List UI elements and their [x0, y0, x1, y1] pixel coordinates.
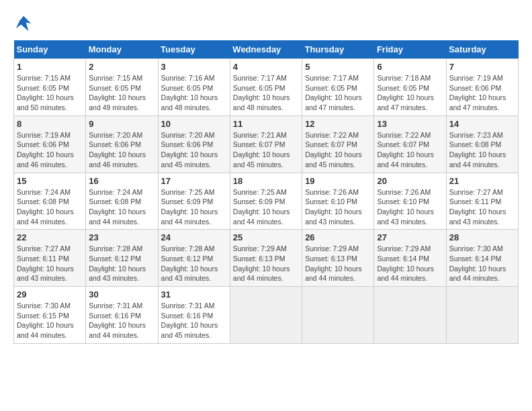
day-info: Sunrise: 7:28 AM Sunset: 6:12 PM Dayligh…	[161, 244, 227, 283]
calendar-cell: 5Sunrise: 7:17 AM Sunset: 6:05 PM Daylig…	[302, 59, 374, 116]
column-header-sunday: Sunday	[14, 40, 86, 59]
calendar-cell: 29Sunrise: 7:30 AM Sunset: 6:15 PM Dayli…	[14, 287, 86, 344]
day-info: Sunrise: 7:20 AM Sunset: 6:06 PM Dayligh…	[161, 130, 227, 170]
day-info: Sunrise: 7:29 AM Sunset: 6:13 PM Dayligh…	[305, 244, 371, 283]
day-info: Sunrise: 7:31 AM Sunset: 6:16 PM Dayligh…	[161, 301, 227, 340]
day-info: Sunrise: 7:22 AM Sunset: 6:07 PM Dayligh…	[377, 130, 443, 170]
calendar-cell: 24Sunrise: 7:28 AM Sunset: 6:12 PM Dayli…	[158, 230, 230, 287]
day-info: Sunrise: 7:25 AM Sunset: 6:09 PM Dayligh…	[233, 187, 299, 227]
day-info: Sunrise: 7:26 AM Sunset: 6:10 PM Dayligh…	[377, 187, 443, 227]
calendar-cell: 17Sunrise: 7:25 AM Sunset: 6:09 PM Dayli…	[158, 173, 230, 230]
day-number: 3	[161, 62, 227, 72]
day-info: Sunrise: 7:24 AM Sunset: 6:08 PM Dayligh…	[89, 187, 154, 227]
day-number: 15	[17, 176, 83, 186]
calendar-cell: 30Sunrise: 7:31 AM Sunset: 6:16 PM Dayli…	[86, 287, 158, 344]
logo	[13, 13, 36, 34]
day-info: Sunrise: 7:19 AM Sunset: 6:06 PM Dayligh…	[17, 130, 83, 170]
day-number: 11	[233, 119, 299, 129]
day-info: Sunrise: 7:29 AM Sunset: 6:13 PM Dayligh…	[233, 244, 299, 283]
day-number: 4	[233, 62, 299, 72]
day-number: 31	[161, 289, 227, 300]
day-info: Sunrise: 7:22 AM Sunset: 6:07 PM Dayligh…	[305, 130, 371, 170]
day-number: 25	[233, 232, 299, 242]
day-number: 24	[161, 232, 227, 242]
day-number: 2	[89, 62, 154, 72]
calendar-cell: 23Sunrise: 7:28 AM Sunset: 6:12 PM Dayli…	[86, 230, 158, 287]
calendar-cell: 21Sunrise: 7:27 AM Sunset: 6:11 PM Dayli…	[446, 173, 518, 230]
calendar-cell: 10Sunrise: 7:20 AM Sunset: 6:06 PM Dayli…	[158, 116, 230, 173]
day-number: 12	[305, 119, 371, 129]
day-info: Sunrise: 7:15 AM Sunset: 6:05 PM Dayligh…	[89, 73, 154, 113]
column-header-monday: Monday	[86, 40, 158, 59]
page-header	[13, 13, 519, 34]
day-info: Sunrise: 7:27 AM Sunset: 6:11 PM Dayligh…	[17, 244, 83, 283]
day-number: 30	[89, 289, 154, 300]
day-info: Sunrise: 7:28 AM Sunset: 6:12 PM Dayligh…	[89, 244, 154, 283]
calendar-cell: 2Sunrise: 7:15 AM Sunset: 6:05 PM Daylig…	[86, 59, 158, 116]
svg-marker-0	[16, 16, 32, 32]
calendar-cell: 6Sunrise: 7:18 AM Sunset: 6:05 PM Daylig…	[374, 59, 446, 116]
calendar-cell: 12Sunrise: 7:22 AM Sunset: 6:07 PM Dayli…	[302, 116, 374, 173]
day-number: 13	[377, 119, 443, 129]
calendar-cell: 4Sunrise: 7:17 AM Sunset: 6:05 PM Daylig…	[230, 59, 302, 116]
day-number: 1	[17, 62, 83, 72]
column-header-thursday: Thursday	[302, 40, 374, 59]
day-info: Sunrise: 7:16 AM Sunset: 6:05 PM Dayligh…	[161, 73, 227, 113]
day-number: 10	[161, 119, 227, 129]
calendar-cell: 11Sunrise: 7:21 AM Sunset: 6:07 PM Dayli…	[230, 116, 302, 173]
day-info: Sunrise: 7:24 AM Sunset: 6:08 PM Dayligh…	[17, 187, 83, 227]
calendar-cell: 9Sunrise: 7:20 AM Sunset: 6:06 PM Daylig…	[86, 116, 158, 173]
column-header-tuesday: Tuesday	[158, 40, 230, 59]
calendar-cell: 28Sunrise: 7:30 AM Sunset: 6:14 PM Dayli…	[446, 230, 518, 287]
day-info: Sunrise: 7:17 AM Sunset: 6:05 PM Dayligh…	[233, 73, 299, 113]
column-header-saturday: Saturday	[446, 40, 518, 59]
calendar-week-5: 29Sunrise: 7:30 AM Sunset: 6:15 PM Dayli…	[14, 287, 519, 344]
day-info: Sunrise: 7:20 AM Sunset: 6:06 PM Dayligh…	[89, 130, 154, 170]
calendar-week-1: 1Sunrise: 7:15 AM Sunset: 6:05 PM Daylig…	[14, 59, 519, 116]
day-number: 8	[17, 119, 83, 129]
calendar-cell	[446, 287, 518, 344]
day-info: Sunrise: 7:23 AM Sunset: 6:08 PM Dayligh…	[449, 130, 515, 170]
day-number: 28	[449, 232, 515, 242]
day-number: 14	[449, 119, 515, 129]
day-info: Sunrise: 7:19 AM Sunset: 6:06 PM Dayligh…	[449, 73, 515, 113]
day-info: Sunrise: 7:25 AM Sunset: 6:09 PM Dayligh…	[161, 187, 227, 227]
calendar-header-row: SundayMondayTuesdayWednesdayThursdayFrid…	[14, 40, 519, 59]
day-number: 16	[89, 176, 154, 186]
calendar-cell: 31Sunrise: 7:31 AM Sunset: 6:16 PM Dayli…	[158, 287, 230, 344]
day-info: Sunrise: 7:15 AM Sunset: 6:05 PM Dayligh…	[17, 73, 83, 113]
day-info: Sunrise: 7:21 AM Sunset: 6:07 PM Dayligh…	[233, 130, 299, 170]
day-number: 5	[305, 62, 371, 72]
calendar-cell: 1Sunrise: 7:15 AM Sunset: 6:05 PM Daylig…	[14, 59, 86, 116]
calendar-cell: 14Sunrise: 7:23 AM Sunset: 6:08 PM Dayli…	[446, 116, 518, 173]
calendar-cell: 13Sunrise: 7:22 AM Sunset: 6:07 PM Dayli…	[374, 116, 446, 173]
day-info: Sunrise: 7:29 AM Sunset: 6:14 PM Dayligh…	[377, 244, 443, 283]
day-number: 22	[17, 232, 83, 242]
calendar-cell: 15Sunrise: 7:24 AM Sunset: 6:08 PM Dayli…	[14, 173, 86, 230]
calendar-week-4: 22Sunrise: 7:27 AM Sunset: 6:11 PM Dayli…	[14, 230, 519, 287]
day-number: 19	[305, 176, 371, 186]
calendar-cell: 27Sunrise: 7:29 AM Sunset: 6:14 PM Dayli…	[374, 230, 446, 287]
day-number: 23	[89, 232, 154, 242]
day-number: 21	[449, 176, 515, 186]
calendar-week-3: 15Sunrise: 7:24 AM Sunset: 6:08 PM Dayli…	[14, 173, 519, 230]
day-number: 17	[161, 176, 227, 186]
calendar-cell: 3Sunrise: 7:16 AM Sunset: 6:05 PM Daylig…	[158, 59, 230, 116]
day-info: Sunrise: 7:31 AM Sunset: 6:16 PM Dayligh…	[89, 301, 154, 340]
day-info: Sunrise: 7:27 AM Sunset: 6:11 PM Dayligh…	[449, 187, 515, 227]
day-info: Sunrise: 7:17 AM Sunset: 6:05 PM Dayligh…	[305, 73, 371, 113]
calendar-cell: 25Sunrise: 7:29 AM Sunset: 6:13 PM Dayli…	[230, 230, 302, 287]
column-header-friday: Friday	[374, 40, 446, 59]
day-number: 18	[233, 176, 299, 186]
calendar-cell: 22Sunrise: 7:27 AM Sunset: 6:11 PM Dayli…	[14, 230, 86, 287]
calendar-cell: 7Sunrise: 7:19 AM Sunset: 6:06 PM Daylig…	[446, 59, 518, 116]
calendar-table: SundayMondayTuesdayWednesdayThursdayFrid…	[13, 40, 519, 344]
day-number: 20	[377, 176, 443, 186]
day-number: 26	[305, 232, 371, 242]
calendar-cell: 26Sunrise: 7:29 AM Sunset: 6:13 PM Dayli…	[302, 230, 374, 287]
day-number: 6	[377, 62, 443, 72]
calendar-cell	[230, 287, 302, 344]
day-info: Sunrise: 7:30 AM Sunset: 6:14 PM Dayligh…	[449, 244, 515, 283]
calendar-cell: 16Sunrise: 7:24 AM Sunset: 6:08 PM Dayli…	[86, 173, 158, 230]
calendar-cell	[302, 287, 374, 344]
